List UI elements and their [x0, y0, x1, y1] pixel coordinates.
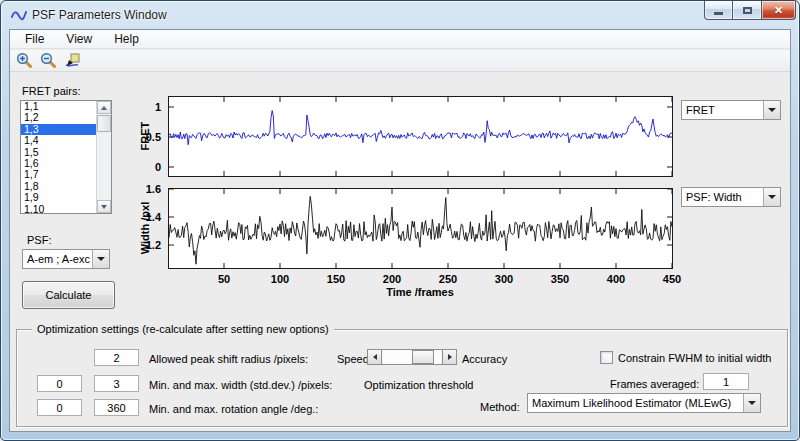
bottom-plot-selector[interactable]: PSF: Width: [681, 187, 781, 207]
calculate-button-label: Calculate: [46, 289, 92, 301]
menu-item-file[interactable]: File: [14, 30, 55, 48]
width-xtick-label: 400: [607, 273, 625, 285]
client-area: FileViewHelp: [9, 29, 791, 432]
data-cursor-button[interactable]: [62, 51, 82, 71]
app-icon: [11, 8, 27, 22]
arrow-left-icon: [373, 354, 377, 360]
close-icon: ✕: [774, 5, 783, 16]
frames-averaged-label: Frames averaged:: [610, 377, 699, 391]
data-cursor-icon: [64, 52, 81, 69]
width-min-input[interactable]: [37, 375, 82, 392]
scrollbar-thumb[interactable]: [97, 115, 111, 132]
bottom-plot-selector-value: PSF: Width: [682, 191, 763, 203]
width-xtick-label: 250: [439, 273, 457, 285]
menu-item-help[interactable]: Help: [103, 30, 150, 48]
zoom-out-button[interactable]: [38, 51, 58, 71]
fret-ytick-label: 0: [155, 161, 161, 173]
slider-right-arrow[interactable]: [442, 350, 456, 364]
width-ylabel: Width /pxl: [139, 202, 151, 254]
fret-plot: 00.51FRET: [139, 97, 673, 177]
frames-averaged-input[interactable]: [703, 373, 749, 390]
constrain-fwhm-label: Constrain FWHM to initial width: [618, 351, 771, 365]
width-xtick-label: 350: [551, 273, 569, 285]
rotation-min-input[interactable]: [37, 399, 82, 416]
minimize-icon: [714, 12, 723, 15]
width-xtick-label: 100: [271, 273, 289, 285]
accuracy-label: Accuracy: [462, 352, 507, 366]
width-max-input[interactable]: [94, 375, 139, 392]
close-button[interactable]: ✕: [761, 1, 796, 20]
optimization-threshold-label: Optimization threshold: [364, 378, 473, 392]
speed-label: Speed: [337, 352, 369, 366]
rotation-max-input[interactable]: [94, 399, 139, 416]
titlebar[interactable]: PSF Parameters Window ✕: [1, 1, 799, 29]
chevron-down-icon: [768, 195, 776, 199]
width-plot: 1.21.41.650100150200250300350400450Width…: [139, 183, 681, 298]
figure-area: FRET pairs: 1,11,21,31,41,51,61,71,81,91…: [10, 72, 790, 431]
width-minmax-label: Min. and max. width (std.dev.) /pixels:: [149, 378, 332, 392]
list-item-1-10[interactable]: 1,10: [21, 204, 96, 213]
constrain-fwhm-checkbox[interactable]: [600, 351, 613, 364]
slider-thumb[interactable]: [412, 350, 434, 364]
width-xtick-label: 450: [663, 273, 681, 285]
fret-pairs-label: FRET pairs:: [22, 84, 80, 98]
top-plot-selector-button[interactable]: [763, 101, 780, 119]
fret-pairs-list: 1,11,21,31,41,51,61,71,81,91,10: [21, 101, 96, 213]
psf-parameters-window: PSF Parameters Window ✕ FileViewHelp: [0, 0, 800, 441]
width-xtick-label: 300: [495, 273, 513, 285]
width-xlabel: Time /frames: [386, 286, 454, 298]
method-dropdown-value: Maximum Likelihood Estimator (MLEwG): [528, 397, 743, 409]
psf-dropdown[interactable]: A-em ; A-exc: [22, 249, 110, 269]
list-item-1-9[interactable]: 1,9: [21, 192, 96, 203]
zoom-out-icon: [40, 52, 57, 69]
speed-accuracy-slider[interactable]: [367, 349, 457, 365]
peak-shift-label: Allowed peak shift radius /pixels:: [149, 352, 308, 366]
fret-pairs-listbox[interactable]: 1,11,21,31,41,51,61,71,81,91,10: [20, 100, 112, 214]
width-ytick-label: 1.2: [146, 239, 161, 251]
arrow-up-icon: [101, 106, 107, 110]
fret-plot-area[interactable]: [169, 97, 673, 177]
width-xtick-label: 50: [218, 273, 230, 285]
method-label: Method:: [480, 400, 520, 414]
scroll-down-button[interactable]: [97, 200, 111, 213]
window-title: PSF Parameters Window: [32, 8, 167, 22]
psf-label: PSF:: [27, 233, 51, 247]
chevron-down-icon: [97, 257, 105, 261]
arrow-down-icon: [101, 205, 107, 209]
chevron-down-icon: [768, 108, 776, 112]
bottom-plot-selector-button[interactable]: [763, 188, 780, 206]
scroll-up-button[interactable]: [97, 101, 111, 114]
top-plot-selector-value: FRET: [682, 104, 763, 116]
menu-item-view[interactable]: View: [55, 30, 103, 48]
psf-dropdown-value: A-em ; A-exc: [23, 253, 92, 265]
window-controls: ✕: [704, 1, 796, 20]
width-xtick-label: 200: [383, 273, 401, 285]
listbox-scrollbar[interactable]: [96, 101, 111, 213]
width-ytick-label: 1.4: [146, 211, 162, 223]
toolbar: [10, 50, 790, 72]
maximize-icon: [743, 7, 752, 14]
fret-ytick-label: 1: [155, 101, 161, 113]
maximize-button[interactable]: [733, 1, 761, 20]
arrow-right-icon: [448, 354, 452, 360]
top-plot-selector[interactable]: FRET: [681, 100, 781, 120]
fret-ytick-label: 0.5: [146, 131, 161, 143]
method-dropdown[interactable]: Maximum Likelihood Estimator (MLEwG): [527, 393, 761, 413]
width-plot-area[interactable]: [169, 189, 673, 269]
rotation-minmax-label: Min. and max. rotation angle /deg.:: [149, 402, 318, 416]
zoom-in-icon: [16, 52, 33, 69]
chevron-down-icon: [748, 401, 756, 405]
menubar: FileViewHelp: [10, 30, 790, 49]
slider-left-arrow[interactable]: [368, 350, 382, 364]
psf-dropdown-button[interactable]: [92, 250, 109, 268]
optimization-settings-title: Optimization settings (re-calculate afte…: [32, 322, 334, 336]
zoom-in-button[interactable]: [14, 51, 34, 71]
minimize-button[interactable]: [704, 1, 733, 20]
calculate-button[interactable]: Calculate: [22, 281, 115, 309]
list-item-1-4[interactable]: 1,4: [21, 135, 96, 146]
peak-shift-input[interactable]: [94, 349, 139, 366]
width-ytick-label: 1.6: [146, 183, 161, 195]
width-xtick-label: 150: [327, 273, 345, 285]
fret-ylabel: FRET: [139, 121, 151, 150]
method-dropdown-button[interactable]: [743, 394, 760, 412]
